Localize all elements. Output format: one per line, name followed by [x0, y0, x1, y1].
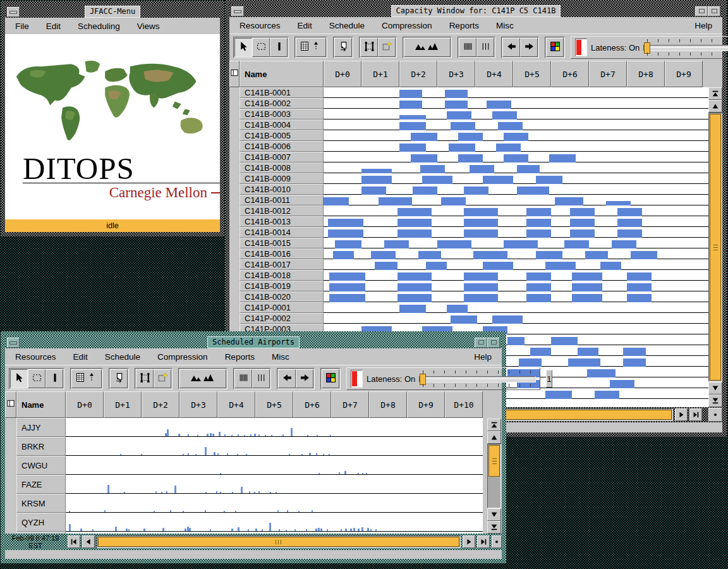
gantt-bar[interactable]: [526, 294, 551, 302]
gantt-bar[interactable]: [587, 369, 616, 377]
scroll-thumb[interactable]: [488, 445, 500, 477]
menu-item-resources[interactable]: Resources: [15, 352, 56, 362]
gantt-bar[interactable]: [418, 251, 441, 259]
color-grid-button[interactable]: [322, 369, 339, 388]
gantt-bar[interactable]: [578, 348, 598, 356]
airports-titlebar[interactable]: Scheduled Airports: [5, 336, 502, 348]
row-name[interactable]: C141B-0010: [240, 184, 324, 195]
menu-item-edit[interactable]: Edit: [73, 352, 88, 362]
gantt-bar[interactable]: [397, 294, 432, 302]
gantt-bar[interactable]: [492, 315, 523, 324]
gantt-bar[interactable]: [526, 229, 551, 238]
menu-item-views[interactable]: Views: [137, 21, 160, 31]
menu-item-file[interactable]: File: [15, 21, 29, 31]
gantt-bar[interactable]: [464, 219, 498, 227]
gantt-bar[interactable]: [399, 305, 426, 313]
gantt-bar[interactable]: [570, 208, 595, 216]
lateness-slider[interactable]: [419, 370, 536, 387]
gantt-bar[interactable]: [496, 144, 521, 152]
row-name[interactable]: C141B-0002: [240, 98, 324, 109]
gantt-bar[interactable]: [422, 176, 452, 184]
gantt-bar[interactable]: [504, 154, 528, 162]
gantt-bar[interactable]: [397, 229, 432, 238]
capacity-vertical-scrollbar[interactable]: [708, 87, 722, 407]
scroll-bottom-button[interactable]: [487, 521, 501, 534]
gantt-bar[interactable]: [623, 358, 646, 367]
row-name[interactable]: C141B-0005: [240, 130, 324, 141]
gantt-bar[interactable]: [572, 272, 602, 281]
row-name[interactable]: C141P-0002: [240, 313, 324, 324]
window-menu-button[interactable]: [7, 7, 20, 17]
gantt-bar[interactable]: [399, 144, 426, 152]
selection-bounds-button[interactable]: [136, 369, 154, 388]
gantt-bar[interactable]: [397, 208, 432, 216]
gantt-bar[interactable]: [451, 122, 475, 130]
gantt-bar[interactable]: [483, 176, 513, 184]
menu-item-help[interactable]: Help: [695, 21, 712, 30]
gantt-bar[interactable]: [473, 251, 507, 259]
day-column-header[interactable]: D+7: [589, 61, 627, 87]
gantt-bar[interactable]: [375, 262, 397, 270]
gantt-bar[interactable]: [451, 315, 477, 324]
day-column-header[interactable]: D+0: [324, 61, 361, 87]
menu-item-compression[interactable]: Compression: [382, 21, 432, 30]
arrow-right-button[interactable]: [296, 369, 313, 388]
gantt-bar[interactable]: [623, 348, 646, 356]
gantt-bar[interactable]: [470, 165, 494, 173]
row-name[interactable]: FAZE: [16, 475, 66, 494]
selection-bounds-button[interactable]: [360, 38, 378, 57]
gantt-bar[interactable]: [536, 251, 562, 259]
gantt-bar[interactable]: [545, 262, 576, 270]
window-menu-button[interactable]: [231, 6, 244, 16]
airports-vertical-scrollbar[interactable]: [487, 419, 501, 534]
scroll-right-end-button[interactable]: [477, 535, 490, 548]
gantt-bar[interactable]: [600, 262, 621, 270]
scroll-track[interactable]: [708, 113, 722, 382]
row-name[interactable]: C141B-0008: [240, 162, 324, 173]
name-column-header[interactable]: Name: [240, 61, 324, 87]
row-name[interactable]: C141B-0007: [240, 152, 324, 162]
gantt-bar[interactable]: [545, 391, 572, 399]
row-name[interactable]: C141B-0017: [240, 259, 324, 270]
gantt-bar[interactable]: [411, 133, 437, 141]
scroll-top-button[interactable]: [487, 419, 501, 431]
gantt-bar[interactable]: [399, 115, 426, 119]
new-region-star-button[interactable]: [378, 38, 396, 57]
menu-item-reports[interactable]: Reports: [225, 352, 255, 362]
gantt-bar[interactable]: [549, 154, 576, 162]
gantt-bar[interactable]: [464, 283, 498, 291]
day-column-header[interactable]: D+5: [255, 391, 293, 418]
day-column-header[interactable]: D+1: [104, 391, 142, 418]
sparse-lines-button[interactable]: [252, 369, 270, 388]
row-name[interactable]: C141B-0012: [240, 205, 324, 216]
row-name[interactable]: C141B-0004: [240, 119, 324, 130]
dense-lines-button[interactable]: [459, 38, 476, 57]
maximize-button[interactable]: [708, 6, 720, 16]
gantt-bar[interactable]: [617, 208, 642, 216]
vertical-bar-button[interactable]: [270, 38, 288, 57]
capacity-peaks-button[interactable]: [404, 38, 451, 57]
name-column-header[interactable]: Name: [16, 391, 66, 418]
scroll-left-end-button[interactable]: [68, 535, 80, 548]
gantt-bar[interactable]: [617, 219, 642, 227]
gantt-bar[interactable]: [595, 391, 619, 399]
gantt-bar[interactable]: [464, 208, 498, 216]
day-column-header[interactable]: D+4: [217, 391, 255, 418]
jfacc-titlebar[interactable]: JFACC-Menu: [5, 5, 220, 18]
pointer-arrow-button[interactable]: [234, 38, 252, 57]
gantt-bar[interactable]: [399, 122, 426, 130]
lateness-slider[interactable]: [643, 39, 728, 56]
table-column-insert-button[interactable]: [71, 369, 102, 388]
day-column-header[interactable]: D+3: [179, 391, 217, 418]
gantt-bar[interactable]: [441, 197, 466, 205]
new-region-star-button[interactable]: [154, 369, 171, 388]
menu-item-compression[interactable]: Compression: [157, 352, 208, 362]
gantt-bar[interactable]: [449, 144, 475, 152]
gantt-bar[interactable]: [379, 197, 412, 205]
arrow-left-button[interactable]: [278, 369, 296, 388]
row-name[interactable]: CWGU: [16, 456, 66, 475]
menu-item-schedule[interactable]: Schedule: [329, 21, 365, 30]
scroll-track[interactable]: [487, 444, 501, 508]
gantt-bar[interactable]: [324, 197, 349, 205]
gantt-bar[interactable]: [526, 283, 551, 291]
